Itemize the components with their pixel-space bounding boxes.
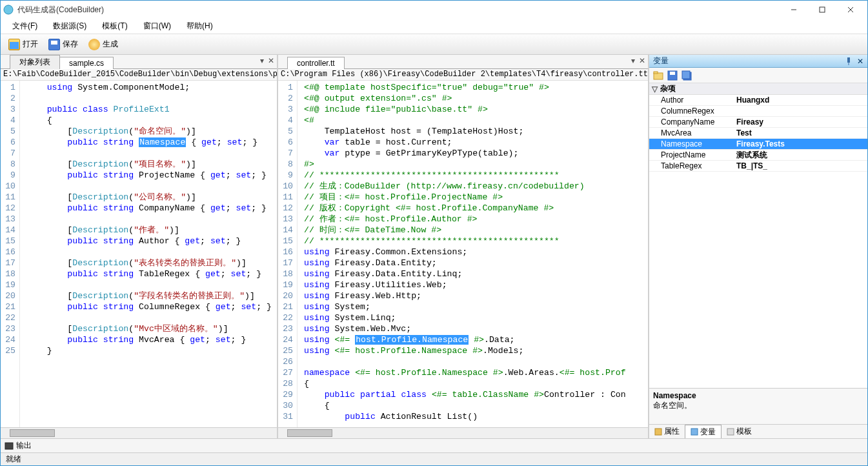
left-tabstrip: 对象列表 sample.cs ▾✕ bbox=[1, 55, 277, 69]
content-area: 对象列表 sample.cs ▾✕ E:\Faib\CodeBuilder_20… bbox=[1, 55, 867, 438]
chevron-down-icon: ▽ bbox=[652, 85, 658, 94]
left-editor[interactable]: 1 2 3 4 5 6 7 8 9 10 11 12 13 14 15 16 1… bbox=[1, 81, 277, 427]
svg-point-0 bbox=[4, 5, 13, 14]
property-value[interactable]: Fireasy.Tests bbox=[736, 139, 867, 148]
property-name: ColumneRegex bbox=[649, 106, 736, 116]
variables-title: 变量 bbox=[653, 56, 669, 66]
svg-rect-5 bbox=[847, 57, 850, 63]
status-text: 就绪 bbox=[6, 454, 21, 465]
app-icon bbox=[3, 5, 14, 15]
close-button[interactable] bbox=[836, 1, 865, 19]
vars-icon bbox=[691, 428, 698, 436]
app-window: 代码生成器(CodeBuilder) 文件(F) 数据源(S) 模板(T) 窗口… bbox=[0, 0, 868, 466]
left-code[interactable]: using System.ComponentModel; public clas… bbox=[20, 81, 277, 427]
panel-close-icon[interactable]: ✕ bbox=[857, 57, 863, 66]
left-path: E:\Faib\CodeBuilder_2015\CodeBuilder\bin… bbox=[1, 69, 277, 81]
maximize-button[interactable] bbox=[808, 1, 836, 19]
pin-icon[interactable] bbox=[844, 57, 853, 66]
rtab-props[interactable]: 属性 bbox=[649, 425, 685, 438]
save-icon[interactable] bbox=[667, 70, 678, 81]
property-row[interactable]: TableRegexTB_|TS_ bbox=[649, 161, 867, 172]
menubar: 文件(F) 数据源(S) 模板(T) 窗口(W) 帮助(H) bbox=[1, 19, 867, 34]
svg-rect-8 bbox=[654, 72, 658, 74]
tab-controller[interactable]: controller.tt bbox=[287, 57, 345, 69]
svg-rect-10 bbox=[670, 72, 675, 75]
svg-rect-15 bbox=[727, 429, 734, 435]
property-value[interactable]: Test bbox=[736, 128, 867, 137]
tab-dropdown-icon[interactable]: ▾ bbox=[260, 56, 264, 65]
property-name: MvcArea bbox=[649, 128, 736, 137]
output-icon bbox=[5, 441, 14, 451]
toolbar: 打开 保存 生成 bbox=[1, 34, 867, 55]
property-name: CompanyName bbox=[649, 117, 736, 127]
save-button[interactable]: 保存 bbox=[45, 37, 82, 52]
props-icon bbox=[654, 428, 662, 436]
right-pane: 变量 ✕ ▽ 杂项 AuthorHuangxdColumneRegexCompa… bbox=[649, 55, 867, 438]
scrollbar-thumb[interactable] bbox=[287, 429, 332, 437]
right-toolbar bbox=[649, 68, 867, 83]
left-pane: 对象列表 sample.cs ▾✕ E:\Faib\CodeBuilder_20… bbox=[1, 55, 278, 438]
mid-code[interactable]: <#@ template hostSpecific="true" debug="… bbox=[298, 81, 648, 427]
left-scrollbar[interactable] bbox=[1, 427, 277, 438]
tab-close-icon[interactable]: ✕ bbox=[639, 56, 645, 65]
rtab-tpl[interactable]: 模板 bbox=[722, 425, 757, 438]
menu-template[interactable]: 模板(T) bbox=[96, 19, 134, 33]
property-row[interactable]: ProjectName测试系统 bbox=[649, 150, 867, 161]
output-tab[interactable]: 输出 bbox=[16, 440, 32, 451]
property-row[interactable]: ColumneRegex bbox=[649, 106, 867, 117]
menu-file[interactable]: 文件(F) bbox=[6, 19, 44, 33]
mid-tabstrip: controller.tt ▾✕ bbox=[278, 55, 648, 69]
svg-rect-16 bbox=[5, 443, 13, 449]
mid-editor[interactable]: 1 2 3 4 5 6 7 8 9 10 11 12 13 14 15 16 1… bbox=[278, 81, 648, 427]
mid-path: C:\Program Files (x86)\Fireasy\CodeBuild… bbox=[278, 69, 648, 81]
folder-icon[interactable] bbox=[653, 70, 663, 81]
statusbar: 就绪 bbox=[1, 452, 867, 465]
property-row[interactable]: AuthorHuangxd bbox=[649, 95, 867, 106]
bottom-bar: 输出 bbox=[1, 438, 867, 452]
rtab-vars[interactable]: 变量 bbox=[685, 425, 722, 439]
desc-name: Namespace bbox=[653, 391, 863, 400]
svg-rect-2 bbox=[820, 7, 825, 12]
property-row[interactable]: MvcAreaTest bbox=[649, 128, 867, 139]
mid-pane: controller.tt ▾✕ C:\Program Files (x86)\… bbox=[278, 55, 649, 438]
left-gutter: 1 2 3 4 5 6 7 8 9 10 11 12 13 14 15 16 1… bbox=[1, 81, 20, 427]
minimize-button[interactable] bbox=[780, 1, 808, 19]
property-row[interactable]: CompanyNameFireasy bbox=[649, 117, 867, 128]
mid-scrollbar[interactable] bbox=[278, 427, 648, 438]
scrollbar-thumb[interactable] bbox=[10, 429, 55, 437]
svg-rect-14 bbox=[691, 429, 698, 435]
tpl-icon bbox=[727, 428, 734, 436]
window-title: 代码生成器(CodeBuilder) bbox=[17, 5, 780, 15]
desc-text: 命名空间。 bbox=[653, 400, 863, 411]
svg-rect-12 bbox=[682, 71, 690, 79]
property-value[interactable]: TB_|TS_ bbox=[736, 161, 867, 170]
property-value[interactable]: 测试系统 bbox=[736, 150, 867, 161]
property-name: ProjectName bbox=[649, 150, 736, 159]
tab-close-icon[interactable]: ✕ bbox=[268, 56, 274, 65]
variables-header: 变量 ✕ bbox=[649, 55, 867, 68]
menu-help[interactable]: 帮助(H) bbox=[180, 19, 219, 33]
mid-gutter: 1 2 3 4 5 6 7 8 9 10 11 12 13 14 15 16 1… bbox=[278, 81, 298, 427]
menu-datasource[interactable]: 数据源(S) bbox=[46, 19, 93, 33]
property-name: TableRegex bbox=[649, 161, 736, 170]
property-description: Namespace 命名空间。 bbox=[649, 388, 867, 424]
svg-rect-13 bbox=[655, 429, 661, 435]
property-name: Author bbox=[649, 96, 736, 105]
property-value[interactable]: Fireasy bbox=[736, 117, 867, 127]
folder-open-icon bbox=[8, 39, 20, 50]
tab-objects[interactable]: 对象列表 bbox=[10, 55, 60, 69]
right-tabs: 属性 变量 模板 bbox=[649, 424, 867, 438]
titlebar: 代码生成器(CodeBuilder) bbox=[1, 1, 867, 19]
generate-button[interactable]: 生成 bbox=[85, 37, 122, 52]
property-grid[interactable]: AuthorHuangxdColumneRegexCompanyNameFire… bbox=[649, 95, 867, 388]
tab-sample[interactable]: sample.cs bbox=[59, 57, 114, 69]
tab-dropdown-icon[interactable]: ▾ bbox=[631, 56, 635, 65]
save-icon bbox=[48, 39, 60, 50]
property-value[interactable]: Huangxd bbox=[736, 96, 867, 105]
wand-icon bbox=[88, 39, 100, 50]
prop-section-header[interactable]: ▽ 杂项 bbox=[649, 83, 867, 95]
open-button[interactable]: 打开 bbox=[5, 37, 42, 52]
menu-window[interactable]: 窗口(W) bbox=[137, 19, 177, 33]
property-row[interactable]: NamespaceFireasy.Tests bbox=[649, 139, 867, 150]
save-all-icon[interactable] bbox=[681, 70, 692, 81]
